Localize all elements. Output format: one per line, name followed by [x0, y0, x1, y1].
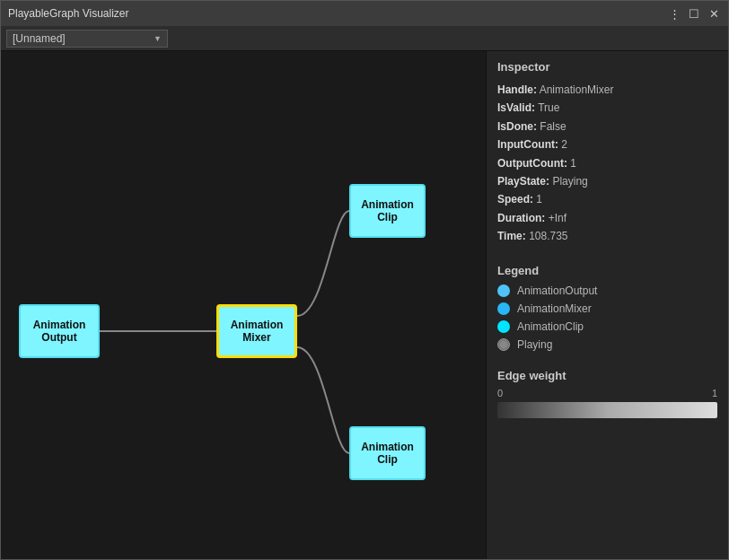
dropdown-value: [Unnamed]: [13, 32, 66, 45]
legend-item-mixer: AnimationMixer: [497, 302, 717, 315]
graph-selector-dropdown[interactable]: [Unnamed] ▼: [6, 30, 168, 48]
legend-dot-clip: [497, 320, 510, 333]
restore-button[interactable]: ☐: [687, 7, 701, 21]
legend-label-output: AnimationOutput: [517, 284, 597, 297]
edge-weight-max: 1: [712, 388, 717, 398]
inspector-isvalid: IsValid: True: [497, 99, 717, 117]
inspector-inputcount: InputCount: 2: [497, 136, 717, 153]
legend-section: Legend AnimationOutput AnimationMixer An…: [497, 264, 717, 351]
legend-label-clip: AnimationClip: [517, 320, 584, 333]
legend-dot-playing: [497, 338, 510, 351]
main-window: PlayableGraph Visualizer ⋮ ☐ ✕ [Unnamed]…: [0, 0, 729, 560]
node-animation-clip-bottom[interactable]: Animation Clip: [349, 426, 426, 480]
menu-button[interactable]: ⋮: [667, 7, 681, 21]
title-bar-controls: ⋮ ☐ ✕: [667, 7, 721, 21]
inspector-duration: Duration: +Inf: [497, 209, 717, 227]
chevron-down-icon: ▼: [154, 34, 162, 43]
inspector-outputcount: OutputCount: 1: [497, 154, 717, 172]
legend-dot-output: [497, 284, 510, 297]
toolbar: [Unnamed] ▼: [1, 26, 728, 51]
legend-item-playing: Playing: [497, 338, 717, 351]
title-bar: PlayableGraph Visualizer ⋮ ☐ ✕: [1, 1, 728, 26]
inspector-panel: Inspector Handle: AnimationMixer IsValid…: [486, 51, 728, 559]
edge-weight-title: Edge weight: [497, 369, 717, 382]
legend-label-mixer: AnimationMixer: [517, 302, 592, 315]
node-animation-mixer[interactable]: Animation Mixer: [216, 304, 297, 358]
inspector-isdone: IsDone: False: [497, 118, 717, 136]
title-bar-left: PlayableGraph Visualizer: [8, 7, 129, 20]
inspector-time: Time: 108.735: [497, 227, 717, 245]
inspector-playstate: PlayState: Playing: [497, 172, 717, 190]
inspector-handle: Handle: AnimationMixer: [497, 81, 717, 99]
edge-weight-section: Edge weight 0 1: [497, 369, 717, 418]
legend-item-output: AnimationOutput: [497, 284, 717, 297]
edge-weight-min: 0: [497, 388, 503, 398]
node-animation-clip-top[interactable]: Animation Clip: [349, 184, 426, 238]
graph-area[interactable]: Animation Output Animation Mixer Animati…: [1, 51, 486, 559]
edge-weight-bar: [497, 402, 717, 418]
window-title: PlayableGraph Visualizer: [8, 7, 129, 20]
legend-item-clip: AnimationClip: [497, 320, 717, 333]
inspector-speed: Speed: 1: [497, 190, 717, 208]
legend-label-playing: Playing: [517, 338, 552, 351]
content-area: Animation Output Animation Mixer Animati…: [1, 51, 728, 559]
close-button[interactable]: ✕: [707, 7, 721, 21]
legend-title: Legend: [497, 264, 717, 277]
legend-dot-mixer: [497, 302, 510, 315]
edge-weight-labels: 0 1: [497, 388, 717, 398]
inspector-title: Inspector: [497, 60, 717, 74]
node-animation-output[interactable]: Animation Output: [19, 304, 100, 358]
